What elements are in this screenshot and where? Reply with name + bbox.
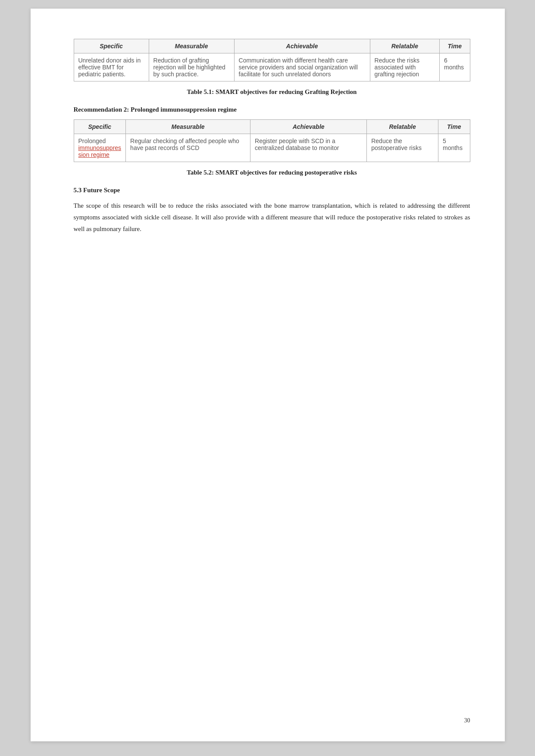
table-row: Prolonged immunosuppres sion regime Regu… bbox=[74, 134, 470, 162]
table1-cell-relatable: Reduce the risks associated with graftin… bbox=[370, 53, 439, 81]
table2-header-specific: Specific bbox=[74, 120, 126, 134]
section-paragraph: The scope of this research will be to re… bbox=[74, 200, 470, 235]
table2-header-relatable: Relatable bbox=[367, 120, 438, 134]
table2-cell-specific: Prolonged immunosuppres sion regime bbox=[74, 134, 126, 162]
table1-cell-time: 6 months bbox=[440, 53, 470, 81]
table1-header-time: Time bbox=[440, 39, 470, 53]
table2-cell-time: 5 months bbox=[438, 134, 470, 162]
page-number: 30 bbox=[464, 717, 470, 724]
table1-caption: Table 5.1: SMART objectives for reducing… bbox=[74, 88, 470, 96]
table-row: Unrelated donor aids in effective BMT fo… bbox=[74, 53, 470, 81]
table2-caption: Table 5.2: SMART objectives for reducing… bbox=[74, 169, 470, 176]
table1-cell-measurable: Reduction of grafting rejection will be … bbox=[149, 53, 234, 81]
section-53: 5.3 Future Scope The scope of this resea… bbox=[74, 187, 470, 235]
table1-header-specific: Specific bbox=[74, 39, 149, 53]
specific-line2: immunosuppres bbox=[78, 144, 122, 151]
recommendation2-heading: Recommendation 2: Prolonged immunosuppre… bbox=[74, 106, 470, 113]
smart-table-2: Specific Measurable Achievable Relatable… bbox=[74, 119, 470, 162]
table1-header-measurable: Measurable bbox=[149, 39, 234, 53]
specific-line1: Prolonged bbox=[78, 137, 106, 144]
table1-cell-achievable: Communication with different health care… bbox=[234, 53, 370, 81]
table1-cell-specific: Unrelated donor aids in effective BMT fo… bbox=[74, 53, 149, 81]
table2-header-measurable: Measurable bbox=[126, 120, 250, 134]
table2-cell-measurable: Regular checking of affected people who … bbox=[126, 134, 250, 162]
document-page: Specific Measurable Achievable Relatable… bbox=[31, 9, 505, 741]
table2-header-time: Time bbox=[438, 120, 470, 134]
table1-wrapper: Specific Measurable Achievable Relatable… bbox=[74, 39, 470, 96]
table2-cell-achievable: Register people with SCD in a centralize… bbox=[250, 134, 367, 162]
table2-cell-relatable: Reduce the postoperative risks bbox=[367, 134, 438, 162]
smart-table-1: Specific Measurable Achievable Relatable… bbox=[74, 39, 470, 81]
section-heading: 5.3 Future Scope bbox=[74, 187, 470, 194]
table1-header-achievable: Achievable bbox=[234, 39, 370, 53]
table2-wrapper: Specific Measurable Achievable Relatable… bbox=[74, 119, 470, 176]
specific-line3: sion regime bbox=[78, 151, 110, 158]
table1-header-relatable: Relatable bbox=[370, 39, 439, 53]
table2-header-achievable: Achievable bbox=[250, 120, 367, 134]
